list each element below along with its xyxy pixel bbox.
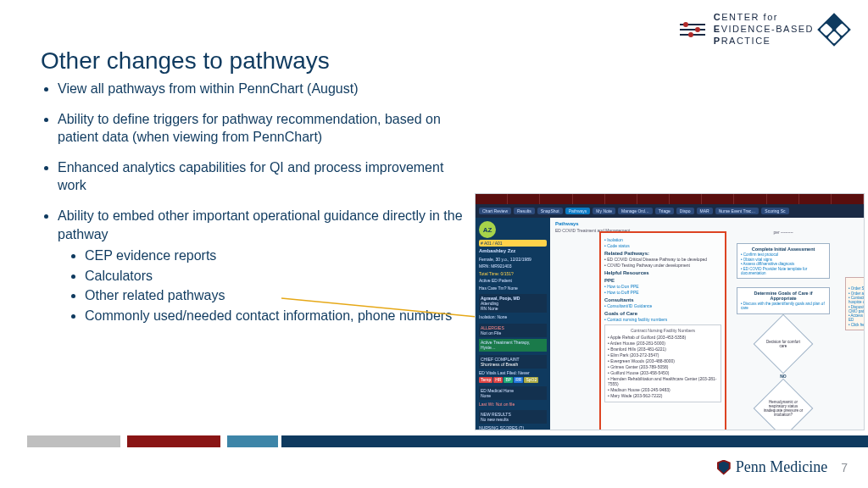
flow-diamond-comfort: Decision for comfort care <box>754 313 814 374</box>
bullet-list: View all pathways from within PennChart … <box>41 80 465 337</box>
flow-no-label: NO <box>780 374 787 379</box>
patient-demo: Female, 30 y.o., 12/22/1989 <box>479 257 547 263</box>
browser-tabbar <box>476 194 864 204</box>
pathway-main: Pathways ED COVID Treatment and Manageme… <box>550 218 864 430</box>
patient-sidebar: AZ # A01 / A01 Ambashley Zzz Female, 30 … <box>476 218 550 430</box>
flow-top-label: per ~~~~~ <box>773 230 793 235</box>
patient-name: Ambashley Zzz <box>479 248 547 255</box>
toolbar-tab[interactable]: Dispo <box>676 208 694 214</box>
allergies-section: ALLERGIES Not on File <box>479 324 547 337</box>
footer-org: Penn Medicine <box>736 458 827 476</box>
cep-logo-text: CENTER for EVIDENCE-BASED PRACTICE <box>714 12 814 47</box>
care-team: Has Care Tm? None <box>479 286 547 291</box>
chief-complaint-section: CHIEF COMPLAINT Shortness of Breath <box>479 355 547 369</box>
patient-avatar: AZ <box>479 221 496 238</box>
flow-box-goals: Determine Goals of Care if Appropriate• … <box>737 287 830 314</box>
sub-bullet-item: Calculators <box>85 267 465 286</box>
pennchart-screenshot: Chart ReviewResultsSnapShotPathwaysMy No… <box>475 193 865 430</box>
last-weight: Last Wt: Not on file <box>479 402 547 408</box>
toolbar-tab[interactable]: SnapShot <box>537 208 563 214</box>
toolbar-tab[interactable]: My Note <box>593 208 615 214</box>
sub-bullet-item: Commonly used/needed contact information… <box>85 307 465 325</box>
toolbar-tab[interactable]: Nurse Event Trac… <box>715 208 760 214</box>
flow-diamond-hemodynamic: Hemodynamic or respiratory status inadeq… <box>754 378 814 430</box>
embedded-resources-panel: • Isolation• Code statusRelated Pathways… <box>599 231 726 430</box>
page-number: 7 <box>841 461 848 474</box>
vitals-row: TempHRBPRRSpO2 <box>479 377 547 383</box>
pathway-crumb: Pathways <box>555 221 859 226</box>
sub-bullet-item: Other related pathways <box>85 286 465 305</box>
bullet-item: Enhanced analytics capabilities for QI a… <box>58 158 465 195</box>
med-section: ED Medical Hone None <box>479 386 547 400</box>
cep-sliders-icon <box>680 24 705 36</box>
vitals-label: ED Vitals Last Filed: Never <box>479 370 547 376</box>
cep-diamond-icon <box>817 13 851 47</box>
bullet-item: View all pathways from within PennChart … <box>58 80 465 98</box>
room-pill: # A01 / A01 <box>479 240 547 247</box>
attending-section: Agrawal, Pooja, MD Attending RN None <box>479 294 547 313</box>
comfort-measures-box: Comfort Measures Only• Order SET CMO [11… <box>845 277 865 330</box>
results-section: NEW RESULTS No new results <box>479 410 547 424</box>
slide-title: Other changes to pathways <box>41 47 330 75</box>
sub-bullet-item: CEP evidence reports <box>85 247 465 265</box>
ed-status: Active ED Patient <box>479 278 547 284</box>
flow-box-assessment: Complete Initial Assessment• Confirm tes… <box>737 243 830 279</box>
cep-logo: CENTER for EVIDENCE-BASED PRACTICE <box>680 12 846 47</box>
toolbar-tab[interactable]: Manage Ord… <box>618 208 653 214</box>
bullet-item: Ability to define triggers for pathway r… <box>58 110 465 147</box>
pathway-right-column: Comfort Measures Only• Order SET CMO [11… <box>845 277 865 330</box>
slide-color-bar <box>27 435 868 447</box>
slide-footer: Penn Medicine 7 <box>717 458 848 476</box>
app-toolbar: Chart ReviewResultsSnapShotPathwaysMy No… <box>476 204 864 218</box>
bullet-item: Ability to embed other important operati… <box>58 207 465 325</box>
toolbar-tab[interactable]: Triage <box>655 208 674 214</box>
penn-shield-icon <box>717 460 731 475</box>
toolbar-tab[interactable]: Scoring Sc <box>761 208 788 214</box>
pathway-flow-column: per ~~~~~ Complete Initial Assessment• C… <box>737 230 830 430</box>
toolbar-tab[interactable]: Pathways <box>565 208 591 214</box>
history-pill: Active Treatment Therapy, Hyste… <box>479 339 547 352</box>
toolbar-tab[interactable]: MAR <box>697 208 713 214</box>
total-time: Total Time: 0/151? <box>479 271 547 277</box>
toolbar-tab[interactable]: Chart Review <box>479 208 511 214</box>
nursing-scores: NURSING SCORES (?) <box>479 425 547 430</box>
isolation: Isolation: None <box>479 314 547 320</box>
toolbar-tab[interactable]: Results <box>514 208 535 214</box>
patient-mrn: MRN: MR921403 <box>479 263 547 269</box>
